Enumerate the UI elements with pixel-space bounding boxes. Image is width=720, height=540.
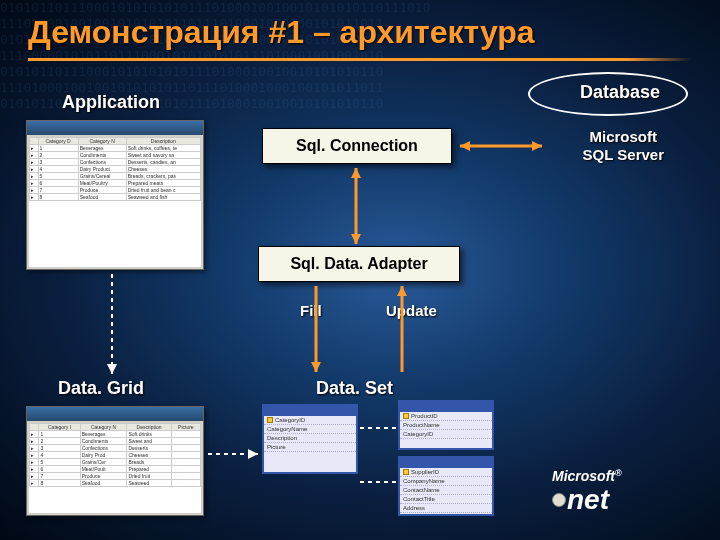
datagrid-table: Category ICategory NDescriptionPicture▸1… bbox=[29, 423, 201, 487]
slide: 0101011011100010101010101110100010010010… bbox=[0, 0, 720, 540]
logo-brand: Microsoft bbox=[552, 468, 615, 484]
svg-marker-7 bbox=[311, 362, 321, 372]
sqldataadapter-card: Sql. Data. Adapter bbox=[258, 246, 460, 282]
svg-marker-11 bbox=[107, 364, 117, 374]
dataset-label: Data. Set bbox=[316, 378, 393, 399]
svg-marker-2 bbox=[460, 141, 470, 151]
datagrid-label: Data. Grid bbox=[58, 378, 144, 399]
svg-marker-9 bbox=[397, 286, 407, 296]
dataset-table-left: CategoryIDCategoryNameDescriptionPicture bbox=[262, 404, 358, 474]
svg-marker-4 bbox=[351, 234, 361, 244]
database-label: Database bbox=[580, 82, 660, 103]
sqlconnection-card: Sql. Connection bbox=[262, 128, 452, 164]
datagrid-content: Category ICategory NDescriptionPicture▸1… bbox=[29, 423, 201, 513]
app-grid-content: Category DCategory NDescription▸1Beverag… bbox=[29, 137, 201, 267]
sqlconnection-text: Sql. Connection bbox=[296, 137, 418, 155]
svg-marker-13 bbox=[248, 449, 258, 459]
sqldataadapter-text: Sql. Data. Adapter bbox=[290, 255, 427, 273]
title-underline bbox=[28, 58, 692, 61]
slide-title: Демонстрация #1 – архитектура bbox=[28, 14, 535, 51]
dataset-table-right-bottom: SupplierIDCompanyNameContactNameContactT… bbox=[398, 456, 494, 516]
update-label: Update bbox=[386, 302, 437, 319]
svg-marker-5 bbox=[351, 168, 361, 178]
svg-marker-1 bbox=[532, 141, 542, 151]
microsoft-dotnet-logo: Microsoft® net bbox=[552, 468, 702, 526]
datagrid-titlebar bbox=[27, 407, 203, 421]
application-label: Application bbox=[62, 92, 160, 113]
db-server-label: Microsoft SQL Server bbox=[583, 128, 664, 164]
application-window: Category DCategory NDescription▸1Beverag… bbox=[26, 120, 204, 270]
fill-label: Fill bbox=[300, 302, 322, 319]
dataset-table-right-top: ProductIDProductNameCategoryID bbox=[398, 400, 494, 450]
app-data-table: Category DCategory NDescription▸1Beverag… bbox=[29, 137, 201, 201]
datagrid-window: Category ICategory NDescriptionPicture▸1… bbox=[26, 406, 204, 516]
dot-icon bbox=[552, 493, 566, 507]
app-titlebar bbox=[27, 121, 203, 135]
